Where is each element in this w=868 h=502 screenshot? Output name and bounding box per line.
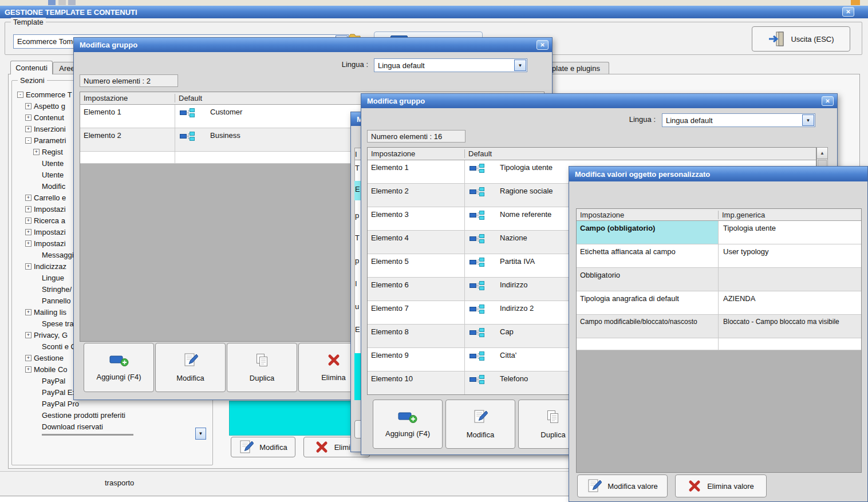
- close-icon[interactable]: ✕: [536, 40, 549, 50]
- row-value: Nome referente: [500, 210, 551, 219]
- chevron-down-icon[interactable]: ▼: [195, 428, 206, 440]
- elimina-valore-label: Elimina valore: [707, 482, 754, 491]
- elimina-valore-button[interactable]: Elimina valore: [675, 475, 767, 497]
- tree-item-label: Pannello: [42, 297, 71, 305]
- tree-item-label: Impostazi: [34, 239, 66, 248]
- expand-icon[interactable]: +: [25, 332, 31, 338]
- expand-icon[interactable]: +: [33, 149, 40, 155]
- chevron-down-icon[interactable]: ▼: [514, 60, 526, 71]
- collapse-icon[interactable]: -: [17, 92, 23, 98]
- lingua-combo-value: Lingua default: [378, 61, 425, 70]
- aggiungi-button-label: Aggiungi (F4): [96, 373, 141, 381]
- tree-item-label: Regist: [42, 148, 63, 156]
- group-element-icon: [469, 211, 485, 220]
- expand-icon[interactable]: +: [25, 126, 31, 132]
- close-icon[interactable]: ✕: [822, 96, 834, 106]
- numero-elementi-label: Numero elementi : 16: [371, 132, 442, 141]
- group-element-icon: [469, 164, 485, 173]
- modifica-button[interactable]: Modifica: [155, 343, 226, 392]
- desktop-strip: [0, 0, 868, 6]
- group-element-icon: [469, 351, 485, 361]
- chevron-down-icon[interactable]: ▼: [802, 114, 814, 126]
- expand-icon[interactable]: +: [25, 355, 31, 361]
- toolbar-fragment-icon: [851, 0, 860, 5]
- row-name: Elemento 8: [368, 325, 465, 347]
- scroll-up-icon[interactable]: ▲: [817, 148, 827, 159]
- row-value: Business: [210, 131, 240, 140]
- expand-icon[interactable]: +: [25, 218, 31, 224]
- group-element-icon: [469, 375, 485, 384]
- row-value: Indirizzo: [500, 280, 527, 289]
- row-name: Campo (obbligatorio): [577, 221, 719, 244]
- modifica-button-label: Modifica: [176, 374, 204, 382]
- table-row[interactable]: Etichetta affiancata al campo User typol…: [577, 244, 861, 268]
- duplica-button[interactable]: Duplica: [227, 343, 297, 392]
- duplica-button-label: Duplica: [250, 374, 274, 382]
- expand-icon[interactable]: +: [25, 114, 31, 121]
- toolbar-fragment-icon: [68, 0, 76, 5]
- tree-item-label: PayPal: [42, 377, 65, 385]
- expand-icon[interactable]: +: [25, 366, 31, 373]
- aggiungi-button[interactable]: Aggiungi (F4): [373, 400, 443, 449]
- table-row[interactable]: Tipologia anagrafica di default AZIENDA: [577, 291, 861, 315]
- row-value: Tipologia utente: [500, 163, 553, 172]
- row-name: Obbligatorio: [577, 268, 719, 291]
- column-header-impostazione: Impostazione: [577, 211, 719, 219]
- expand-icon[interactable]: +: [25, 240, 31, 247]
- expand-icon[interactable]: +: [25, 195, 31, 201]
- row-name: Elemento 1: [368, 160, 465, 183]
- numero-elementi-field: Numero elementi : 2: [80, 74, 178, 87]
- row-value: User typology: [723, 247, 768, 256]
- lingua-combo[interactable]: Lingua default ▼: [662, 113, 815, 127]
- expand-icon[interactable]: +: [25, 103, 31, 109]
- table-row[interactable]: Campo modificabile/bloccato/nascosto Blo…: [577, 315, 861, 338]
- aggiungi-button[interactable]: Aggiungi (F4): [84, 343, 154, 392]
- expand-icon[interactable]: +: [25, 263, 31, 270]
- edit-icon: [239, 440, 254, 454]
- modifica-button[interactable]: Modifica: [445, 400, 515, 449]
- modifica-button[interactable]: Modifica: [231, 437, 295, 457]
- tab-template-plugins[interactable]: plate e plugins: [543, 62, 609, 74]
- table-row-empty[interactable]: [577, 338, 861, 350]
- row-name: Tipologia anagrafica di default: [577, 291, 719, 314]
- modifica-valore-label: Modifica valore: [607, 482, 657, 491]
- row-name: Elemento 5: [368, 254, 465, 277]
- tree-item-label: Messaggi: [42, 251, 74, 259]
- row-name: Elemento 7: [368, 301, 465, 324]
- table-row[interactable]: Campo (obbligatorio) Tipologia utente: [577, 221, 861, 244]
- template-groupbox-label: Template: [11, 18, 46, 26]
- numero-elementi-field: Numero elementi : 16: [367, 130, 465, 143]
- expand-icon[interactable]: +: [25, 229, 31, 235]
- row-name: Elemento 10: [368, 371, 465, 394]
- tree-item-label: Ecommerce T: [26, 90, 72, 99]
- copy-icon: [546, 409, 561, 424]
- numero-elementi-label: Numero elementi : 2: [84, 77, 151, 85]
- expand-icon[interactable]: +: [25, 309, 31, 315]
- sezioni-groupbox-label: Sezioni: [18, 76, 47, 85]
- row-value: Tipologia utente: [723, 224, 776, 232]
- group-element-icon: [180, 108, 195, 117]
- tree-item[interactable]: Gestione prodotti preferiti: [15, 409, 204, 421]
- row-value: Customer: [210, 108, 242, 116]
- exit-button[interactable]: Uscita (ESC): [752, 26, 850, 52]
- lingua-label: Lingua :: [607, 115, 656, 124]
- tab-contenuti[interactable]: Contenuti: [10, 61, 53, 74]
- row-value: Cap: [500, 327, 514, 336]
- row-value: Telefono: [500, 374, 528, 383]
- tree-item-label: Aspetto g: [34, 102, 65, 110]
- collapse-icon[interactable]: -: [25, 137, 31, 144]
- tab-label: Contenuti: [15, 64, 48, 72]
- tree-item[interactable]: Download riservati: [15, 421, 204, 432]
- table-row[interactable]: Obbligatorio: [577, 268, 861, 291]
- expand-icon[interactable]: +: [25, 206, 31, 212]
- row-name: Elemento 3: [368, 207, 465, 230]
- row-value: Nazione: [500, 234, 527, 242]
- group-element-icon: [469, 258, 485, 267]
- tree-item-label: Modific: [42, 182, 65, 191]
- delete-icon: [688, 479, 701, 493]
- toolbar-fragment-icon: [58, 0, 66, 5]
- row-name: Elemento 2: [80, 128, 175, 151]
- lingua-combo[interactable]: Lingua default ▼: [374, 58, 527, 72]
- modifica-valore-button[interactable]: Modifica valore: [577, 475, 668, 497]
- close-icon[interactable]: ✕: [842, 7, 854, 17]
